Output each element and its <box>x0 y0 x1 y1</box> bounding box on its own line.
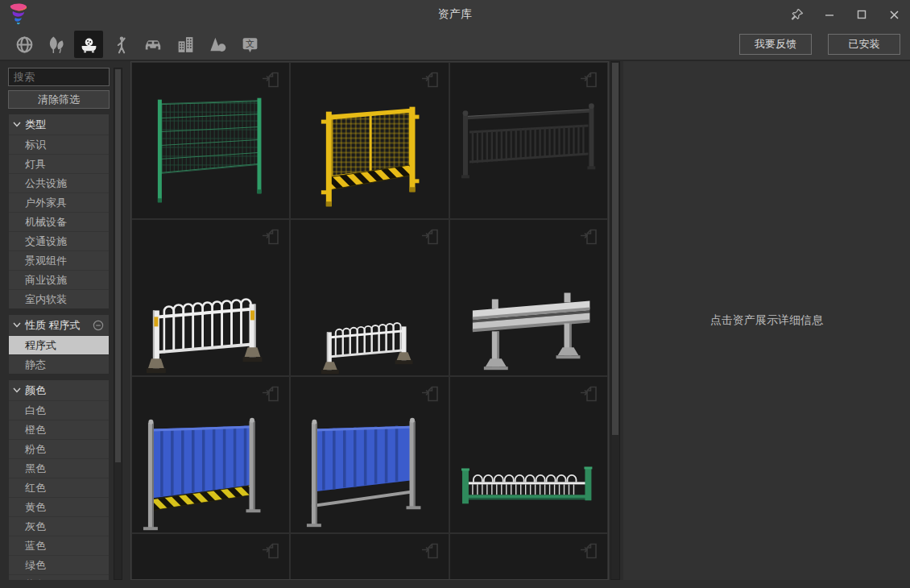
filter-sections: 类型 标识 灯具 公共设施 户外家具 机械设备 交通设施 景观组件 商业设施 室… <box>8 114 110 580</box>
filter-item[interactable]: 粉色 <box>9 439 109 458</box>
filter-item[interactable]: 标识 <box>9 135 109 154</box>
export-asset-icon[interactable] <box>420 226 441 251</box>
export-asset-icon[interactable] <box>578 226 599 251</box>
vehicle-icon[interactable] <box>139 31 168 58</box>
detail-panel: 点击资产展示详细信息 <box>623 61 910 580</box>
asset-tile-yellow-safety-fence[interactable] <box>291 63 448 218</box>
filter-item[interactable]: 紫色 <box>9 574 109 580</box>
asset-tile-partial[interactable] <box>450 534 607 580</box>
maximize-icon[interactable] <box>846 0 878 29</box>
export-asset-icon[interactable] <box>578 540 599 565</box>
filter-item[interactable]: 绿色 <box>9 555 109 574</box>
chevron-down-icon <box>13 322 21 328</box>
close-icon[interactable] <box>878 0 910 29</box>
asset-tile-blue-hoarding[interactable] <box>291 377 448 532</box>
export-asset-icon[interactable] <box>260 540 281 565</box>
pin-icon[interactable] <box>781 0 813 29</box>
props-icon[interactable] <box>74 31 103 58</box>
filter-sidebar: 清除筛选 类型 标识 灯具 公共设施 户外家具 机械设备 交通设施 景观组 <box>0 61 127 580</box>
building-icon[interactable] <box>171 31 200 58</box>
chevron-down-icon <box>13 122 21 127</box>
export-asset-icon[interactable] <box>260 69 281 93</box>
asset-tile-partial[interactable] <box>291 534 448 580</box>
filter-item[interactable]: 灯具 <box>9 154 109 173</box>
export-asset-icon[interactable] <box>578 383 599 408</box>
filter-item[interactable]: 橙色 <box>9 420 109 439</box>
window-controls <box>781 0 910 29</box>
shapes-icon[interactable] <box>203 31 232 58</box>
asset-tile-black-railing[interactable] <box>450 63 607 218</box>
filter-item[interactable]: 景观组件 <box>9 251 109 270</box>
asset-tile-highway-guardrail[interactable] <box>450 220 607 375</box>
filter-item[interactable]: 室内软装 <box>9 289 109 308</box>
filter-item[interactable]: 户外家具 <box>9 193 109 212</box>
toolbar: 文 我要反馈 已安装 <box>0 29 910 61</box>
export-asset-icon[interactable] <box>420 383 441 408</box>
export-asset-icon[interactable] <box>260 383 281 408</box>
asset-tile-white-loop-barrier-small[interactable] <box>291 220 448 375</box>
asset-tile-white-loop-barrier-large[interactable] <box>132 220 289 375</box>
svg-text:文: 文 <box>246 39 254 49</box>
asset-grid <box>130 61 609 580</box>
asset-tile-green-mesh-fence[interactable] <box>132 63 289 218</box>
filter-item[interactable]: 灰色 <box>9 516 109 536</box>
feedback-button[interactable]: 我要反馈 <box>739 34 812 55</box>
filter-item[interactable]: 商业设施 <box>9 270 109 289</box>
section-label: 性质 程序式 <box>25 318 81 333</box>
section-type-header[interactable]: 类型 <box>9 114 109 135</box>
filter-item[interactable]: 黄色 <box>9 497 109 516</box>
filter-item-selected[interactable]: 程序式 <box>9 335 109 354</box>
app-logo-icon <box>8 3 29 26</box>
asset-grid-area <box>130 61 620 580</box>
grid-scrollbar[interactable] <box>610 61 620 580</box>
titlebar: 资产库 <box>0 0 910 29</box>
main-content: 清除筛选 类型 标识 灯具 公共设施 户外家具 机械设备 交通设施 景观组 <box>0 61 910 580</box>
export-asset-icon[interactable] <box>260 226 281 251</box>
export-asset-icon[interactable] <box>578 69 599 93</box>
section-label: 类型 <box>25 118 46 132</box>
export-asset-icon[interactable] <box>420 540 441 565</box>
detail-hint-text: 点击资产展示详细信息 <box>710 313 823 328</box>
sign-icon[interactable]: 文 <box>235 31 264 58</box>
filter-item[interactable]: 公共设施 <box>9 173 109 193</box>
section-property-header[interactable]: 性质 程序式 <box>9 315 109 335</box>
section-color: 颜色 白色 橙色 粉色 黑色 红色 黄色 灰色 蓝色 绿色 紫色 <box>8 379 110 580</box>
sidebar-scrollbar[interactable] <box>114 68 122 580</box>
installed-button[interactable]: 已安装 <box>828 34 900 55</box>
filter-item[interactable]: 机械设备 <box>9 212 109 231</box>
chevron-down-icon <box>13 387 21 393</box>
asset-tile-partial[interactable] <box>132 534 289 580</box>
character-icon[interactable] <box>106 31 135 58</box>
vegetation-icon[interactable] <box>42 31 71 58</box>
window-title: 资产库 <box>0 7 910 22</box>
asset-tile-green-garden-fence[interactable] <box>450 377 607 532</box>
filter-item[interactable]: 交通设施 <box>9 231 109 251</box>
asset-tile-blue-hoarding-striped[interactable] <box>132 377 289 532</box>
section-type: 类型 标识 灯具 公共设施 户外家具 机械设备 交通设施 景观组件 商业设施 室… <box>8 114 110 309</box>
remove-filter-icon[interactable] <box>93 320 104 331</box>
search-input[interactable] <box>8 68 110 86</box>
section-property: 性质 程序式 程序式 静态 <box>8 314 110 375</box>
section-color-header[interactable]: 颜色 <box>9 380 109 400</box>
filter-item[interactable]: 蓝色 <box>9 536 109 555</box>
filter-item[interactable]: 红色 <box>9 478 109 497</box>
export-asset-icon[interactable] <box>420 69 441 93</box>
filter-item[interactable]: 黑色 <box>9 458 109 478</box>
filter-item[interactable]: 白色 <box>9 400 109 420</box>
minimize-icon[interactable] <box>813 0 846 29</box>
filter-item[interactable]: 静态 <box>9 354 109 374</box>
section-label: 颜色 <box>25 383 46 398</box>
clear-filter-button[interactable]: 清除筛选 <box>8 90 110 109</box>
world-icon[interactable] <box>10 31 39 58</box>
